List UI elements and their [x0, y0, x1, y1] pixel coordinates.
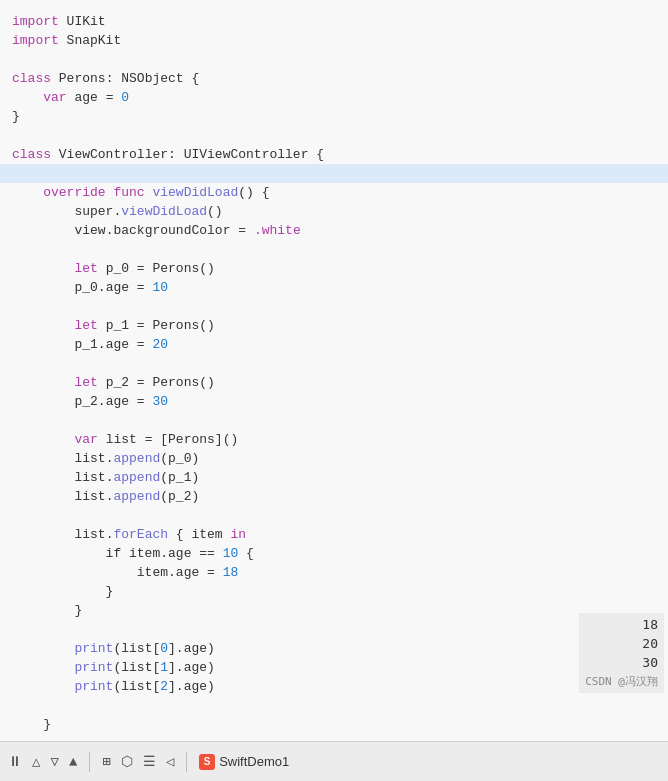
- pause-icon[interactable]: ⏸: [8, 754, 22, 770]
- code-line: list.append(p_0): [12, 449, 668, 468]
- output-line-2: 20: [585, 634, 658, 653]
- code-line: list.append(p_1): [12, 468, 668, 487]
- watermark: CSDN @冯汉翔: [585, 672, 658, 691]
- code-line: import SnapKit: [12, 31, 668, 50]
- code-line: super.viewDidLoad(): [12, 202, 668, 221]
- step-over-icon[interactable]: △: [32, 753, 40, 770]
- code-line: p_0.age = 10: [12, 278, 668, 297]
- code-line: class Perons: NSObject {: [12, 69, 668, 88]
- divider-2: [186, 752, 187, 772]
- code-line: print(list[1].age): [12, 658, 668, 677]
- viewhierarchy-icon[interactable]: ⊞: [102, 753, 110, 770]
- code-line: }: [12, 601, 668, 620]
- toolbar: ⏸ △ ▽ ▲ ⊞ ⬡ ☰ ◁ S SwiftDemo1: [0, 741, 668, 781]
- output-overlay: 18 20 30 CSDN @冯汉翔: [579, 613, 664, 693]
- code-line: let p_2 = Perons(): [12, 373, 668, 392]
- filename-display: S SwiftDemo1: [199, 754, 289, 770]
- code-line: let p_1 = Perons(): [12, 316, 668, 335]
- code-line: override func viewDidLoad() {: [12, 183, 668, 202]
- code-line: import UIKit: [12, 12, 668, 31]
- code-line: [0, 164, 668, 183]
- code-line: [12, 411, 668, 430]
- code-line: [12, 696, 668, 715]
- step-into-icon[interactable]: ▽: [50, 753, 58, 770]
- code-line: class ViewController: UIViewController {: [12, 145, 668, 164]
- code-line: }: [12, 107, 668, 126]
- code-line: list.forEach { item in: [12, 525, 668, 544]
- code-line: [12, 50, 668, 69]
- code-line: [12, 297, 668, 316]
- code-line: p_1.age = 20: [12, 335, 668, 354]
- code-line: [12, 734, 668, 741]
- location-icon[interactable]: ◁: [166, 753, 174, 770]
- code-line: list.append(p_2): [12, 487, 668, 506]
- filename-label: SwiftDemo1: [219, 754, 289, 769]
- simulate-icon[interactable]: ☰: [143, 753, 156, 770]
- code-line: print(list[0].age): [12, 639, 668, 658]
- code-line: var list = [Perons](): [12, 430, 668, 449]
- divider-1: [89, 752, 90, 772]
- code-line: print(list[2].age): [12, 677, 668, 696]
- code-line: [12, 126, 668, 145]
- code-line: p_2.age = 30: [12, 392, 668, 411]
- code-line: }: [12, 582, 668, 601]
- code-line: var age = 0: [12, 88, 668, 107]
- output-line-1: 18: [585, 615, 658, 634]
- code-line: let p_0 = Perons(): [12, 259, 668, 278]
- code-line: }: [12, 715, 668, 734]
- code-line: view.backgroundColor = .white: [12, 221, 668, 240]
- memgraph-icon[interactable]: ⬡: [121, 753, 133, 770]
- swift-icon: S: [199, 754, 215, 770]
- code-line: [12, 620, 668, 639]
- code-line: [12, 240, 668, 259]
- code-line: if item.age == 10 {: [12, 544, 668, 563]
- code-line: [12, 354, 668, 373]
- output-line-3: 30: [585, 653, 658, 672]
- code-line: [12, 506, 668, 525]
- code-editor: import UIKitimport SnapKit class Perons:…: [0, 0, 668, 741]
- code-line: item.age = 18: [12, 563, 668, 582]
- step-out-icon[interactable]: ▲: [69, 754, 77, 770]
